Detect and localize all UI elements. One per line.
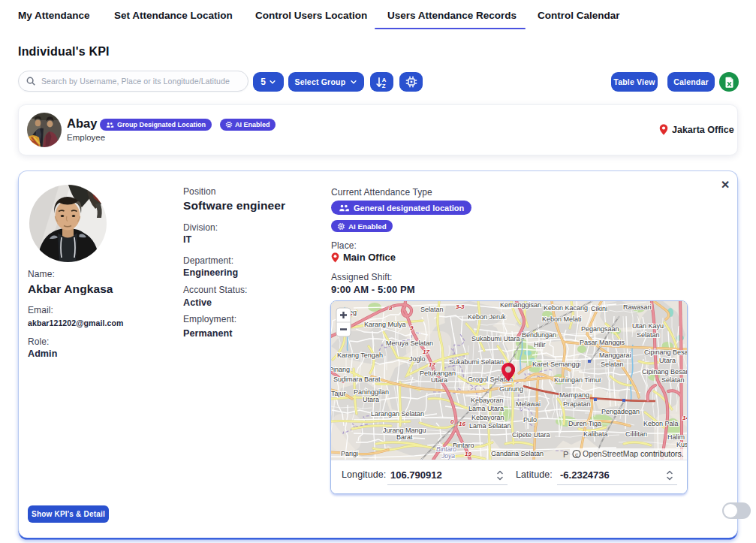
svg-text:Bendungan: Bendungan — [522, 331, 556, 339]
svg-text:Lama Utara: Lama Utara — [468, 405, 504, 412]
svg-text:Parigi: Parigi — [341, 450, 358, 457]
svg-text:Tajur: Tajur — [331, 390, 346, 397]
svg-text:0: 0 — [450, 418, 454, 425]
svg-text:Selatan: Selatan — [601, 360, 624, 368]
svg-text:Sudimara Barat: Sudimara Barat — [333, 376, 381, 383]
svg-text:Pengadegan: Pengadegan — [601, 408, 640, 415]
svg-text:Cipinang Besar: Cipinang Besar — [644, 348, 687, 356]
svg-text:Selatan: Selatan — [420, 306, 444, 313]
svg-text:Hilir: Hilir — [534, 341, 546, 348]
svg-text:17: 17 — [423, 348, 429, 355]
svg-text:19: 19 — [465, 451, 471, 457]
svg-text:Selatan: Selatan — [637, 331, 660, 339]
svg-text:Prapatan: Prapatan — [563, 400, 591, 408]
svg-text:Kus: Kus — [676, 441, 687, 448]
svg-text:Pinang: Pinang — [331, 366, 350, 373]
svg-text:Duren Tiga: Duren Tiga — [568, 420, 601, 427]
svg-text:P: P — [563, 450, 568, 459]
svg-text:Lama Selatan: Lama Selatan — [469, 422, 511, 430]
svg-text:Kebon Melati: Kebon Melati — [542, 315, 582, 323]
svg-text:Cililitan: Cililitan — [625, 430, 647, 438]
svg-text:Sukabumi Selatan: Sukabumi Selatan — [449, 358, 504, 366]
svg-text:Kebon Pala: Kebon Pala — [643, 420, 679, 427]
svg-text:3-3: 3-3 — [456, 303, 465, 310]
svg-text:Melawai: Melawai — [516, 400, 541, 408]
svg-text:Rawasari: Rawasari — [623, 303, 652, 311]
svg-text:Z: Z — [382, 82, 386, 88]
svg-text:12: 12 — [429, 361, 435, 368]
svg-text:Selatan: Selatan — [661, 376, 685, 384]
svg-text:contributors.: contributors. — [640, 449, 684, 458]
svg-text:Halim: Halim — [667, 433, 685, 441]
svg-text:Pulo: Pulo — [523, 416, 537, 424]
svg-text:Kebayoran: Kebayoran — [471, 397, 504, 404]
svg-text:Karang Mulya: Karang Mulya — [364, 321, 406, 328]
svg-text:c: c — [575, 451, 578, 458]
svg-text:Barat: Barat — [396, 433, 413, 441]
svg-text:Kemanggisan: Kemanggisan — [500, 301, 541, 309]
svg-text:Karang Tengah: Karang Tengah — [337, 351, 383, 359]
svg-text:Utara: Utara — [431, 376, 447, 384]
svg-text:8: 8 — [389, 305, 393, 312]
svg-text:Paninggilan: Paninggilan — [354, 388, 389, 396]
svg-text:Utara: Utara — [363, 396, 379, 403]
svg-text:Kebon Jeruk: Kebon Jeruk — [468, 313, 506, 321]
svg-text:Utan Kayu: Utan Kayu — [632, 322, 664, 330]
svg-text:Larangan Selatan: Larangan Selatan — [371, 410, 424, 418]
svg-text:Utara: Utara — [659, 357, 676, 364]
svg-text:Joglo: Joglo — [409, 355, 426, 363]
svg-text:16: 16 — [459, 421, 465, 427]
svg-text:9: 9 — [410, 324, 414, 331]
svg-text:Sukabumi Utara: Sukabumi Utara — [471, 335, 520, 342]
svg-text:Karet Semanggi: Karet Semanggi — [532, 360, 581, 368]
svg-text:Cikini: Cikini — [591, 305, 607, 312]
svg-text:Cipinang Besar: Cipinang Besar — [642, 368, 687, 376]
svg-text:OpenStreetMap: OpenStreetMap — [583, 449, 638, 458]
svg-text:Kuningan Timur: Kuningan Timur — [554, 376, 601, 384]
svg-text:Kebayoran: Kebayoran — [471, 414, 505, 421]
svg-text:Cipete Utara: Cipete Utara — [512, 431, 550, 439]
svg-text:Joya: Joya — [441, 452, 455, 460]
svg-text:Kebon Kacang: Kebon Kacang — [544, 304, 588, 312]
svg-text:Manggarai: Manggarai — [599, 351, 631, 359]
svg-text:Meruya Selatan: Meruya Selatan — [386, 339, 433, 347]
svg-text:14: 14 — [682, 415, 687, 421]
svg-text:Kalibata: Kalibata — [583, 430, 608, 438]
svg-text:Gandaria Selatan: Gandaria Selatan — [491, 450, 544, 457]
svg-text:Pegangsaan: Pegangsaan — [581, 325, 619, 333]
svg-text:Gunung: Gunung — [499, 385, 523, 393]
svg-text:Mampang: Mampang — [559, 391, 589, 399]
svg-text:Pasar Manggis: Pasar Manggis — [580, 339, 625, 346]
